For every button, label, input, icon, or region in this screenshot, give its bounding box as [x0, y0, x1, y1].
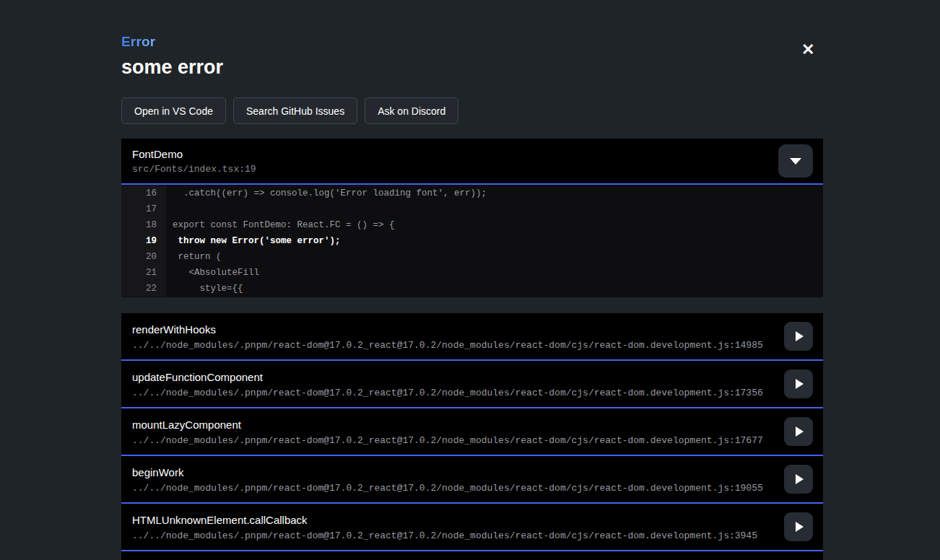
- stack-source-path: ../../node_modules/.pnpm/react-dom@17.0.…: [132, 530, 773, 541]
- code-frame-header-text: FontDemo src/Fonts/index.tsx:19: [132, 148, 256, 175]
- line-number: 17: [121, 201, 166, 217]
- stack-frame-callcallback: HTMLUnknownElement.callCallback ../../no…: [121, 504, 823, 551]
- collapse-code-button[interactable]: [778, 144, 813, 178]
- stack-frame-partial: [121, 551, 823, 560]
- line-number: 21: [121, 265, 166, 281]
- code-body: 16 .catch((err) => console.log('Error lo…: [121, 185, 823, 297]
- code-text: [166, 201, 823, 217]
- code-line: 22 style={{: [121, 281, 823, 297]
- expand-frame-button[interactable]: [784, 369, 813, 398]
- stack-frame-mountlazycomponent: mountLazyComponent ../../node_modules/.p…: [121, 408, 823, 456]
- chevron-right-icon: [796, 426, 804, 437]
- line-number: 16: [121, 185, 166, 201]
- line-number: 22: [121, 281, 166, 297]
- chevron-down-icon: [790, 158, 801, 165]
- code-text: .catch((err) => console.log('Error loadi…: [166, 185, 823, 201]
- code-line: 21 <AbsoluteFill: [121, 265, 823, 281]
- code-text: <AbsoluteFill: [166, 265, 823, 281]
- component-name: FontDemo: [132, 148, 256, 160]
- stack-function-name: updateFunctionComponent: [132, 371, 773, 383]
- expand-frame-button[interactable]: [784, 465, 813, 494]
- stack-function-name: beginWork: [132, 466, 773, 478]
- stack-source-path: ../../node_modules/.pnpm/react-dom@17.0.…: [132, 435, 773, 446]
- stack-trace-list: renderWithHooks ../../node_modules/.pnpm…: [121, 313, 823, 560]
- stack-function-name: mountLazyComponent: [132, 419, 773, 431]
- chevron-right-icon: [796, 522, 804, 532]
- stack-source-path: ../../node_modules/.pnpm/react-dom@17.0.…: [132, 388, 773, 398]
- code-line: 20 return (: [121, 249, 823, 265]
- code-line: 16 .catch((err) => console.log('Error lo…: [121, 185, 823, 201]
- stack-frame-renderwithhooks: renderWithHooks ../../node_modules/.pnpm…: [121, 313, 823, 361]
- file-location: src/Fonts/index.tsx:19: [132, 164, 256, 175]
- error-message: some error: [121, 56, 823, 79]
- code-text: return (: [166, 249, 823, 265]
- stack-source-path: ../../node_modules/.pnpm/react-dom@17.0.…: [132, 483, 773, 494]
- code-frame-header: FontDemo src/Fonts/index.tsx:19: [121, 139, 823, 185]
- code-text: export const FontDemo: React.FC = () => …: [166, 217, 823, 233]
- open-in-vscode-button[interactable]: Open in VS Code: [121, 97, 226, 124]
- expand-frame-button[interactable]: [784, 322, 813, 351]
- code-frame: FontDemo src/Fonts/index.tsx:19 16 .catc…: [121, 139, 823, 297]
- expand-frame-button[interactable]: [784, 417, 813, 446]
- line-number: 18: [121, 217, 166, 233]
- code-line: 19 throw new Error('some error');: [121, 233, 823, 249]
- chevron-right-icon: [796, 474, 804, 484]
- code-text: throw new Error('some error');: [166, 233, 823, 249]
- stack-function-name: renderWithHooks: [132, 323, 773, 336]
- code-text: style={{: [166, 281, 823, 297]
- error-overlay: Error some error Open in VS Code Search …: [121, 0, 823, 560]
- line-number: 20: [121, 249, 166, 265]
- code-line: 17: [121, 201, 823, 217]
- action-buttons: Open in VS Code Search GitHub Issues Ask…: [121, 97, 823, 124]
- ask-on-discord-button[interactable]: Ask on Discord: [365, 97, 458, 124]
- line-number: 19: [121, 233, 166, 249]
- search-github-issues-button[interactable]: Search GitHub Issues: [233, 97, 357, 124]
- stack-frame-updatefunctioncomponent: updateFunctionComponent ../../node_modul…: [121, 361, 823, 408]
- stack-source-path: ../../node_modules/.pnpm/react-dom@17.0.…: [132, 340, 773, 351]
- chevron-right-icon: [796, 379, 804, 389]
- stack-frame-beginwork: beginWork ../../node_modules/.pnpm/react…: [121, 456, 823, 504]
- expand-frame-button[interactable]: [784, 512, 813, 541]
- code-line: 18 export const FontDemo: React.FC = () …: [121, 217, 823, 233]
- chevron-right-icon: [796, 331, 804, 341]
- stack-function-name: HTMLUnknownElement.callCallback: [132, 514, 773, 526]
- error-type-label: Error: [121, 34, 155, 50]
